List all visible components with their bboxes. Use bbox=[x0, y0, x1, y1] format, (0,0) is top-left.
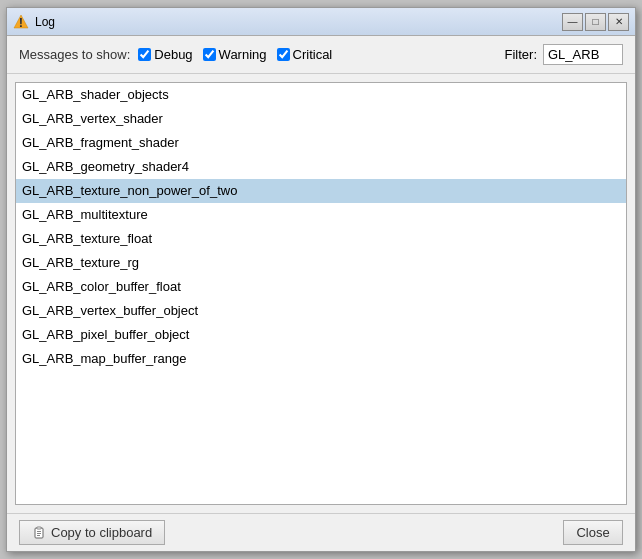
filter-input[interactable] bbox=[543, 44, 623, 65]
log-item[interactable]: GL_ARB_color_buffer_float bbox=[16, 275, 626, 299]
debug-checkbox-group: Debug bbox=[138, 47, 192, 62]
clipboard-icon bbox=[32, 526, 46, 540]
footer: Copy to clipboard Close bbox=[7, 513, 635, 551]
log-item[interactable]: GL_ARB_fragment_shader bbox=[16, 131, 626, 155]
filter-section: Filter: bbox=[505, 44, 624, 65]
title-bar: ! Log — □ ✕ bbox=[7, 8, 635, 36]
content-area: GL_ARB_shader_objectsGL_ARB_vertex_shade… bbox=[7, 74, 635, 513]
log-window: ! Log — □ ✕ Messages to show: Debug Warn… bbox=[6, 7, 636, 552]
title-bar-buttons: — □ ✕ bbox=[562, 13, 629, 31]
log-list[interactable]: GL_ARB_shader_objectsGL_ARB_vertex_shade… bbox=[15, 82, 627, 505]
log-item[interactable]: GL_ARB_texture_float bbox=[16, 227, 626, 251]
log-item[interactable]: GL_ARB_texture_rg bbox=[16, 251, 626, 275]
log-item[interactable]: GL_ARB_multitexture bbox=[16, 203, 626, 227]
critical-label: Critical bbox=[293, 47, 333, 62]
debug-label: Debug bbox=[154, 47, 192, 62]
warning-icon: ! bbox=[13, 14, 29, 30]
log-item[interactable]: GL_ARB_texture_non_power_of_two bbox=[16, 179, 626, 203]
log-item[interactable]: GL_ARB_map_buffer_range bbox=[16, 347, 626, 371]
log-item[interactable]: GL_ARB_geometry_shader4 bbox=[16, 155, 626, 179]
close-button[interactable]: Close bbox=[563, 520, 623, 545]
svg-text:!: ! bbox=[19, 14, 23, 29]
maximize-button[interactable]: □ bbox=[585, 13, 606, 31]
log-item[interactable]: GL_ARB_vertex_buffer_object bbox=[16, 299, 626, 323]
critical-checkbox-group: Critical bbox=[277, 47, 333, 62]
log-item[interactable]: GL_ARB_pixel_buffer_object bbox=[16, 323, 626, 347]
warning-checkbox-group: Warning bbox=[203, 47, 267, 62]
window-close-button[interactable]: ✕ bbox=[608, 13, 629, 31]
filter-label: Filter: bbox=[505, 47, 538, 62]
svg-rect-2 bbox=[35, 528, 43, 538]
log-item[interactable]: GL_ARB_shader_objects bbox=[16, 83, 626, 107]
copy-clipboard-button[interactable]: Copy to clipboard bbox=[19, 520, 165, 545]
svg-rect-3 bbox=[37, 527, 41, 529]
warning-label: Warning bbox=[219, 47, 267, 62]
debug-checkbox[interactable] bbox=[138, 48, 151, 61]
warning-checkbox[interactable] bbox=[203, 48, 216, 61]
copy-button-label: Copy to clipboard bbox=[51, 525, 152, 540]
window-title: Log bbox=[35, 15, 562, 29]
messages-label: Messages to show: bbox=[19, 47, 130, 62]
critical-checkbox[interactable] bbox=[277, 48, 290, 61]
log-item[interactable]: GL_ARB_vertex_shader bbox=[16, 107, 626, 131]
minimize-button[interactable]: — bbox=[562, 13, 583, 31]
toolbar: Messages to show: Debug Warning Critical… bbox=[7, 36, 635, 74]
